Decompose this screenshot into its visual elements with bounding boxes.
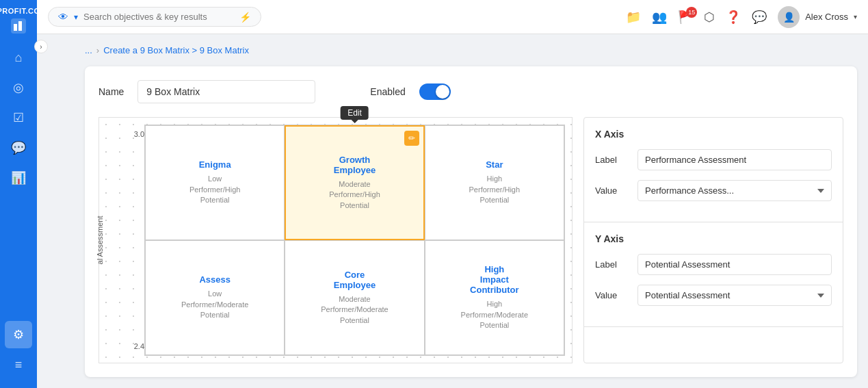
y-axis-label-row: Label — [595, 254, 832, 275]
search-bar[interactable]: 👁 ▾ ⚡ — [48, 7, 261, 27]
cell-core-title: CoreEmployee — [334, 270, 376, 290]
sidebar-item-objectives[interactable]: ◎ — [5, 74, 32, 101]
main-content: ... › Create a 9 Box Matrix > 9 Box Matr… — [74, 34, 868, 388]
sidebar-item-more[interactable]: ≡ — [5, 351, 32, 378]
x-axis-label-label: Label — [595, 155, 629, 165]
breadcrumb-separator: › — [96, 45, 99, 55]
name-input[interactable] — [137, 80, 315, 103]
y-label-mid: 2.4 — [120, 342, 144, 350]
filter-icon: ⚡ — [239, 12, 251, 23]
name-row: Name Enabled — [98, 80, 843, 103]
y-axis-label-input[interactable] — [637, 254, 832, 275]
x-axis-value-row: Value Performance Assess... — [595, 180, 832, 201]
people-icon[interactable]: 👥 — [652, 10, 667, 25]
cell-high-impact-title: HighImpactContributor — [470, 264, 518, 295]
sidebar: PROFIT.CO ⌂ ◎ ☑ 💬 📊 ⚙ ≡ — [0, 0, 37, 388]
y-axis-title: Y Axis — [595, 233, 832, 244]
user-dropdown-icon: ▾ — [854, 13, 857, 21]
cell-enigma: Enigma LowPerformer/HighPotential — [145, 125, 285, 240]
matrix-wrapper: 3.0 2.4 Enigma LowPerformer/HighPotentia… — [120, 125, 565, 356]
sidebar-item-home[interactable]: ⌂ — [5, 44, 32, 71]
x-axis-label-row: Label — [595, 149, 832, 170]
matrix-cells: Enigma LowPerformer/HighPotential Edit ✏ — [144, 125, 565, 356]
topbar-actions: 📁 👥 🚩 15 ⬡ ❓ 💬 👤 Alex Cross ▾ — [626, 6, 857, 28]
cell-growth-sub: ModeratePerformer/HighPotential — [329, 179, 380, 211]
x-axis-title: X Axis — [595, 129, 832, 140]
cell-star: Star HighPerformer/HighPotential — [425, 125, 564, 240]
svg-rect-1 — [14, 24, 17, 31]
svg-rect-2 — [18, 21, 22, 31]
sidebar-item-settings[interactable]: ⚙ — [5, 321, 32, 348]
breadcrumb-dots[interactable]: ... — [85, 45, 92, 55]
edit-cell-button[interactable]: ✏ — [404, 131, 419, 146]
breadcrumb-current[interactable]: Create a 9 Box Matrix > 9 Box Matrix — [103, 45, 249, 55]
notifications-icon[interactable]: 🚩 15 — [678, 10, 693, 25]
breadcrumb: ... › Create a 9 Box Matrix > 9 Box Matr… — [85, 45, 857, 55]
enabled-toggle[interactable] — [419, 83, 451, 100]
matrix-area: al Assessment 3.0 2.4 Enigma LowPerforme… — [98, 117, 573, 363]
sidebar-item-feedback[interactable]: 💬 — [5, 134, 32, 161]
y-axis-section: Y Axis Label Value Potential Assessment — [584, 222, 843, 327]
avatar: 👤 — [778, 6, 800, 28]
x-axis-label-input[interactable] — [637, 149, 832, 170]
y-axis-value-select[interactable]: Potential Assessment — [637, 285, 832, 306]
x-axis-section: X Axis Label Value Performance Assess... — [584, 118, 843, 222]
edit-tooltip: Edit — [341, 106, 369, 120]
cell-core-employee: CoreEmployee ModeratePerformer/ModerateP… — [285, 240, 424, 355]
cell-growth-employee: Edit ✏ GrowthEmployee ModeratePerformer/… — [285, 125, 424, 240]
cell-assess-sub: LowPerformer/ModeratePotential — [181, 289, 248, 320]
cell-high-impact-sub: HighPerformer/ModeratePotential — [461, 299, 528, 331]
name-label: Name — [98, 86, 124, 97]
cell-star-sub: HighPerformer/HighPotential — [469, 174, 521, 205]
y-labels: 3.0 2.4 — [120, 125, 144, 356]
cell-enigma-sub: LowPerformer/HighPotential — [189, 174, 241, 205]
y-axis-label-label: Label — [595, 259, 629, 270]
user-name: Alex Cross — [805, 12, 848, 22]
layers-icon[interactable]: ⬡ — [704, 10, 715, 25]
app-logo: PROFIT.CO — [0, 7, 40, 36]
chat-icon[interactable]: 💬 — [752, 10, 767, 25]
x-axis-value-label: Value — [595, 185, 629, 196]
user-menu[interactable]: 👤 Alex Cross ▾ — [778, 6, 857, 28]
y-axis-value-row: Value Potential Assessment — [595, 285, 832, 306]
cell-assess: Assess LowPerformer/ModeratePotential — [145, 240, 285, 355]
cell-assess-title: Assess — [199, 274, 231, 285]
search-icon: 👁 — [58, 11, 68, 23]
y-label-top: 3.0 — [120, 130, 144, 138]
enabled-label: Enabled — [370, 86, 405, 97]
right-panel: X Axis Label Value Performance Assess... — [583, 117, 843, 363]
cell-enigma-title: Enigma — [199, 159, 231, 170]
sidebar-toggle-button[interactable]: › — [34, 40, 48, 53]
y-axis-label: al Assessment — [96, 216, 104, 265]
x-axis-value-select[interactable]: Performance Assess... — [637, 180, 832, 201]
main-card: Name Enabled al Assessment 3.0 2.4 — [85, 66, 857, 377]
cell-high-impact: HighImpactContributor HighPerformer/Mode… — [425, 240, 564, 355]
grid-layout: al Assessment 3.0 2.4 Enigma LowPerforme… — [98, 117, 843, 363]
cell-star-title: Star — [486, 159, 503, 170]
cell-growth-title: GrowthEmployee — [334, 155, 376, 175]
topbar: 👁 ▾ ⚡ 📁 👥 🚩 15 ⬡ ❓ 💬 👤 Alex Cross ▾ — [37, 0, 868, 34]
y-axis-value-label: Value — [595, 290, 629, 300]
search-input[interactable] — [83, 12, 234, 22]
sidebar-item-tasks[interactable]: ☑ — [5, 104, 32, 131]
folder-icon[interactable]: 📁 — [626, 10, 641, 25]
help-icon[interactable]: ❓ — [726, 10, 741, 25]
sidebar-item-analytics[interactable]: 📊 — [5, 164, 32, 192]
cell-core-sub: ModeratePerformer/ModeratePotential — [321, 294, 388, 326]
notification-badge: 15 — [686, 7, 697, 18]
